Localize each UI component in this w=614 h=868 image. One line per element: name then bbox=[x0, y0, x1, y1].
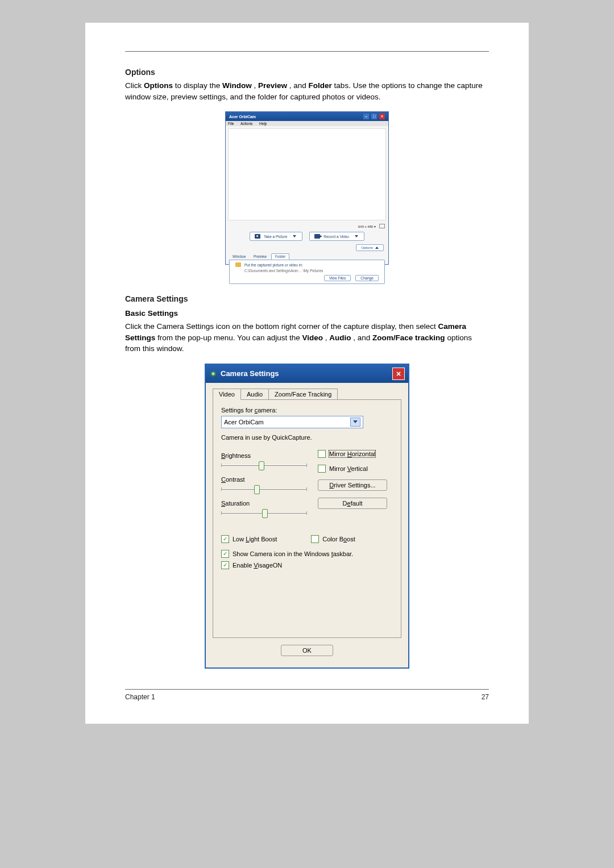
text: Show Camera icon in the Windows bbox=[233, 550, 331, 557]
view-files-button[interactable]: View Files bbox=[324, 275, 351, 281]
settings-icon[interactable] bbox=[379, 224, 385, 228]
folder-path: C:\Documents and Settings\Acer… \My Pict… bbox=[244, 269, 379, 273]
options-toggle-button[interactable]: Options bbox=[356, 244, 384, 251]
footer-chapter: Chapter 1 bbox=[125, 693, 155, 701]
tab-preview[interactable]: Preview bbox=[250, 254, 270, 259]
mirror-vertical-checkbox[interactable]: Mirror Vertical bbox=[318, 465, 393, 473]
text: ight Boost bbox=[249, 536, 277, 542]
brightness-label: Brightness bbox=[221, 452, 306, 459]
low-light-boost-checkbox[interactable]: ✓ Low Light Boost bbox=[221, 535, 277, 543]
right-column: Mirror Horizontal Mirror Vertical Driver… bbox=[318, 450, 393, 524]
camera-in-use-text: Camera in use by QuickCapture. bbox=[221, 434, 393, 441]
mirror-vertical-label: Mirror Vertical bbox=[329, 465, 368, 472]
camera-settings-icon bbox=[209, 370, 217, 378]
slider-tick bbox=[221, 464, 222, 467]
chevron-up-icon bbox=[375, 247, 379, 249]
ok-button[interactable]: OK bbox=[281, 645, 333, 656]
dialog-titlebar: Camera Settings × bbox=[206, 365, 408, 383]
menu-help[interactable]: Help bbox=[259, 122, 267, 126]
change-button[interactable]: Change bbox=[355, 275, 379, 281]
svg-point-1 bbox=[212, 373, 214, 375]
sliders-column: Brightness Contrast bbox=[221, 450, 306, 524]
settings-for-label: Settings for camera: bbox=[221, 407, 393, 414]
slider-thumb[interactable] bbox=[262, 509, 268, 518]
show-taskbar-icon-checkbox[interactable]: ✓ Show Camera icon in the Windows taskba… bbox=[221, 550, 393, 558]
dropdown-button[interactable] bbox=[350, 418, 360, 427]
dialog-tabs: Video Audio Zoom/Face Tracking bbox=[213, 389, 401, 399]
text: Click bbox=[125, 81, 144, 90]
driver-settings-button[interactable]: Driver Settings... bbox=[318, 479, 387, 491]
camera-select-value: Acer OrbiCam bbox=[224, 419, 264, 425]
text: ontrast bbox=[226, 476, 245, 483]
options-tabs: Window Preview Folder bbox=[229, 253, 385, 260]
folder-panel: Put the captured picture or video in: C:… bbox=[229, 260, 385, 284]
folder-buttons: View Files Change bbox=[235, 275, 379, 281]
dialog-title-text: Camera Settings bbox=[221, 369, 279, 378]
contrast-slider[interactable] bbox=[221, 484, 306, 494]
window-buttons: – □ × bbox=[362, 114, 385, 119]
orbicam-window: Acer OrbiCam – □ × File Actions Help 640… bbox=[225, 111, 389, 265]
text-bold-folder: Folder bbox=[309, 81, 332, 90]
folder-text: Put the captured picture or video in: bbox=[244, 263, 303, 267]
options-bar: Options bbox=[226, 243, 388, 252]
low-light-label: Low Light Boost bbox=[233, 536, 277, 542]
maximize-button-icon[interactable]: □ bbox=[371, 114, 377, 119]
text: D bbox=[343, 500, 347, 507]
slider-tick bbox=[306, 511, 307, 515]
checkbox-box: ✓ bbox=[221, 561, 229, 569]
default-button[interactable]: Default bbox=[318, 498, 387, 509]
tab-zoom-face[interactable]: Zoom/Face Tracking bbox=[268, 389, 338, 399]
capture-buttons: Take a Picture Record a Video bbox=[226, 229, 388, 243]
slider-thumb[interactable] bbox=[259, 461, 264, 470]
heading-basic-settings: Basic Settings bbox=[125, 309, 489, 318]
orbicam-title-text: Acer OrbiCam bbox=[229, 115, 256, 119]
top-rule bbox=[125, 51, 489, 52]
heading-camera-settings: Camera Settings bbox=[125, 294, 489, 303]
tab-video[interactable]: Video bbox=[213, 389, 241, 400]
mirror-horizontal-checkbox[interactable]: Mirror Horizontal bbox=[318, 450, 393, 458]
text: , bbox=[254, 81, 258, 90]
text: Low bbox=[233, 536, 246, 542]
slider-tick bbox=[221, 511, 222, 515]
minimize-button-icon[interactable]: – bbox=[363, 114, 369, 119]
show-taskbar-label: Show Camera icon in the Windows taskbar. bbox=[233, 550, 353, 557]
video-panel: Settings for camera: Acer OrbiCam Camera… bbox=[213, 399, 401, 638]
adjustments-area: Brightness Contrast bbox=[221, 450, 393, 524]
folder-row: Put the captured picture or video in: bbox=[235, 262, 379, 267]
enable-visageon-checkbox[interactable]: ✓ Enable VisageON bbox=[221, 561, 393, 569]
record-video-button[interactable]: Record a Video bbox=[309, 232, 364, 241]
camera-select[interactable]: Acer OrbiCam bbox=[221, 416, 363, 428]
footer-page-number: 27 bbox=[482, 693, 489, 701]
close-button[interactable]: × bbox=[392, 368, 405, 380]
saturation-slider[interactable] bbox=[221, 508, 306, 518]
take-picture-button[interactable]: Take a Picture bbox=[250, 232, 302, 241]
resolution-label[interactable]: 640 x 480 ▾ bbox=[358, 224, 376, 228]
text-bold-audio: Audio bbox=[329, 333, 351, 342]
checkbox-box: ✓ bbox=[221, 535, 229, 543]
tab-audio[interactable]: Audio bbox=[240, 389, 269, 399]
close-button-icon[interactable]: × bbox=[379, 114, 385, 119]
text: ost bbox=[347, 536, 355, 542]
boost-row: ✓ Low Light Boost Color Boost bbox=[221, 532, 393, 546]
color-boost-checkbox[interactable]: Color Boost bbox=[311, 535, 355, 543]
checkbox-box bbox=[318, 450, 326, 458]
brightness-slider[interactable] bbox=[221, 460, 306, 470]
paragraph-options: Click Options to display the Window , Pr… bbox=[125, 80, 489, 102]
text: Enable bbox=[233, 562, 254, 569]
menu-actions[interactable]: Actions bbox=[240, 122, 252, 126]
text-bold-zoom-face: Zoom/Face tracking bbox=[372, 333, 445, 342]
checkbox-box bbox=[318, 465, 326, 473]
slider-tick bbox=[221, 487, 222, 491]
document-page: Options Click Options to display the Win… bbox=[85, 23, 529, 724]
tab-window[interactable]: Window bbox=[229, 254, 249, 259]
paragraph-camera-settings: Click the Camera Settings icon on the bo… bbox=[125, 321, 489, 354]
menu-file[interactable]: File bbox=[228, 122, 234, 126]
slider-thumb[interactable] bbox=[254, 485, 260, 494]
tab-folder[interactable]: Folder bbox=[271, 253, 289, 260]
camera-icon bbox=[255, 234, 260, 239]
enable-visageon-label: Enable VisageON bbox=[233, 562, 282, 569]
text: orizontal bbox=[352, 450, 376, 457]
text-bold-options: Options bbox=[144, 81, 173, 90]
text-bold-video: Video bbox=[302, 333, 323, 342]
video-icon bbox=[314, 234, 320, 239]
